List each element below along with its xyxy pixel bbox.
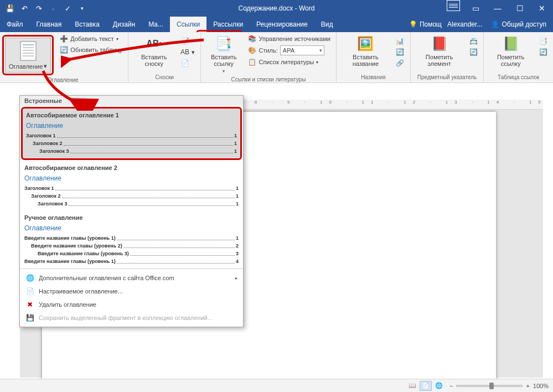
menu-remove-toc[interactable]: ✖Удалить оглавление [20, 298, 243, 311]
tab-home[interactable]: Главная [30, 17, 69, 32]
gallery-item-manual[interactable]: Ручное оглавление Оглавление Введите наз… [20, 211, 243, 269]
cross-reference-button[interactable]: 🔗 [394, 58, 407, 68]
add-text-icon: ➕ [59, 34, 68, 43]
minimize-button[interactable]: — [487, 0, 509, 17]
zoom-out-button[interactable]: − [449, 383, 453, 389]
next-footnote-icon: AB [180, 48, 189, 56]
update-table-label: Обновить таблицу [70, 47, 122, 53]
mark-citation-icon: 📗 [502, 35, 520, 53]
save-selection-icon: 💾 [25, 313, 34, 322]
share-label: Общий доступ [502, 20, 546, 28]
group-citations: 📑 Вставить ссылку▾ 📚Управление источника… [201, 32, 337, 82]
view-web-layout[interactable]: 🌐 [433, 381, 445, 391]
undo-button[interactable]: ↶ [18, 2, 31, 15]
mark-citation-button[interactable]: 📗 Пометить ссылку [487, 34, 534, 68]
bibliography-icon: 📋 [247, 58, 256, 66]
insert-toa-button[interactable]: 📑 [536, 36, 550, 46]
ribbon-display-options[interactable] [447, 0, 460, 11]
view-buttons: 📖 📄 🌐 [406, 381, 445, 391]
toc-icon [19, 40, 37, 61]
share-icon: 👤 [491, 20, 499, 28]
menu-save-selection: 💾Сохранить выделенный фрагмент в коллекц… [20, 311, 243, 324]
zoom-level[interactable]: 100% [533, 383, 549, 389]
spelling-button[interactable]: ✓ [61, 2, 74, 15]
share-button[interactable]: 👤 Общий доступ [488, 20, 550, 28]
toc-preview-manual: Оглавление Введите название главы (урове… [24, 224, 239, 265]
update-table-button[interactable]: 🔄Обновить таблицу [57, 45, 125, 55]
insert-footnote-label: Вставить сноску [134, 54, 174, 67]
insert-index-button[interactable]: 📇 [467, 36, 480, 46]
citation-style-dropdown[interactable]: 🎨Стиль: APA [245, 45, 332, 56]
tab-references[interactable]: Ссылки [170, 17, 206, 32]
menu-custom-toc[interactable]: 📄Настраиваемое оглавление... [20, 285, 243, 298]
update-table-figures-button[interactable]: 🔄 [394, 47, 407, 57]
maximize-button[interactable]: ☐ [509, 0, 531, 17]
view-print-layout[interactable]: 📄 [420, 381, 432, 391]
bulb-icon: 💡 [409, 20, 417, 28]
menu-remove-label: Удалить оглавление [39, 301, 96, 308]
group-label-captions: Названия [340, 74, 407, 81]
custom-toc-icon: 📄 [25, 287, 34, 296]
bibliography-button[interactable]: 📋Список литературы ▾ [245, 57, 332, 67]
insert-endnote-button[interactable]: 📝 [178, 36, 197, 46]
add-text-button[interactable]: ➕Добавить текст ▾ [57, 34, 125, 44]
tab-review[interactable]: Рецензирование [250, 17, 314, 32]
bibliography-label: Список литературы [259, 59, 314, 65]
window-controls: ▭ — ☐ ✕ [447, 0, 553, 17]
style-label: Стиль: [259, 47, 277, 54]
gallery-header-builtin: Встроенные [20, 96, 243, 106]
mark-entry-label: Пометить элемент [416, 54, 462, 67]
qat-sep: · [46, 2, 60, 15]
tab-view[interactable]: Вид [314, 17, 340, 32]
tab-mailings[interactable]: Рассылки [206, 17, 250, 32]
annotation-toc-button-highlight: Оглавление▾ [2, 35, 54, 75]
zoom-slider[interactable] [456, 385, 523, 387]
insert-citation-button[interactable]: 📑 Вставить ссылку▾ [204, 34, 243, 76]
toc-dropdown-button[interactable]: Оглавление▾ [5, 38, 51, 73]
mark-entry-button[interactable]: 📕 Пометить элемент [414, 34, 464, 68]
group-toc: Оглавление▾ ➕Добавить текст ▾ 🔄Обновить … [0, 32, 128, 82]
caption-icon: 🖼️ [356, 35, 374, 53]
toc-button-label: Оглавление [9, 63, 43, 70]
tab-file[interactable]: Файл [0, 17, 30, 32]
group-index: 📕 Пометить элемент 📇 🔄 Предметный указат… [411, 32, 484, 82]
gallery-item-auto2-title: Автособираемое оглавление 2 [24, 164, 239, 171]
manage-sources-label: Управление источниками [259, 35, 330, 42]
zoom-thumb[interactable] [489, 383, 494, 389]
tell-me[interactable]: 💡 Помощ [409, 20, 442, 28]
mark-citation-label: Пометить ссылку [489, 54, 532, 67]
tab-design[interactable]: Дизайн [106, 17, 142, 32]
tab-insert[interactable]: Вставка [68, 17, 106, 32]
update-index-button[interactable]: 🔄 [467, 47, 480, 57]
chevron-down-icon: ▾ [44, 63, 47, 70]
menu-more-office[interactable]: 🌐Дополнительные оглавления с сайта Offic… [20, 271, 243, 285]
ribbon-options-icon[interactable]: ▭ [464, 0, 487, 17]
group-label-citations: Ссылки и списки литературы [204, 76, 333, 84]
save-button[interactable]: 💾 [3, 2, 17, 15]
toc-preview-auto1: Оглавление Заголовок 11 Заголовок 21 Заг… [26, 122, 237, 155]
tab-layout[interactable]: Ма... [142, 17, 170, 32]
office-icon: 🌐 [25, 274, 34, 282]
ribbon: Оглавление▾ ➕Добавить текст ▾ 🔄Обновить … [0, 32, 553, 83]
update-toa-button[interactable]: 🔄 [536, 47, 550, 57]
group-label-footnotes: Сноски [132, 74, 197, 81]
gallery-item-auto1-title: Автособираемое оглавление 1 [26, 112, 237, 118]
view-read-mode[interactable]: 📖 [406, 381, 418, 391]
toc-heading: Оглавление [26, 122, 237, 130]
show-notes-button[interactable]: 📄 [178, 58, 197, 68]
gallery-menu: 🌐Дополнительные оглавления с сайта Offic… [20, 269, 243, 327]
insert-footnote-button[interactable]: AB1 Вставить сноску [132, 34, 176, 68]
insert-table-figures-button[interactable]: 📊 [394, 36, 407, 46]
gallery-item-auto2[interactable]: Автособираемое оглавление 2 Оглавление З… [20, 161, 243, 211]
gallery-item-auto1[interactable]: Автособираемое оглавление 1 Оглавление З… [21, 107, 242, 160]
qat-customize[interactable]: ▾ [75, 2, 89, 15]
manage-sources-button[interactable]: 📚Управление источниками [245, 34, 332, 44]
close-button[interactable]: ✕ [531, 0, 553, 17]
update-icon: 🔄 [59, 45, 68, 54]
style-value[interactable]: APA [280, 45, 324, 55]
next-footnote-button[interactable]: AB▾ [178, 47, 197, 57]
zoom-in-button[interactable]: + [526, 383, 529, 389]
redo-button[interactable]: ↷ [32, 2, 45, 15]
insert-caption-button[interactable]: 🖼️ Вставить название [340, 34, 391, 68]
account-name[interactable]: Alexander... [444, 20, 485, 28]
